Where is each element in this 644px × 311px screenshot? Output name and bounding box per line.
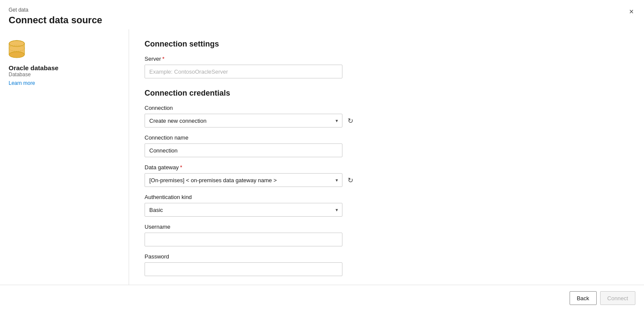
- back-button[interactable]: Back: [570, 291, 597, 305]
- data-gateway-refresh-button[interactable]: ↻: [346, 174, 355, 186]
- password-input[interactable]: [145, 262, 342, 276]
- server-input[interactable]: [145, 65, 342, 78]
- main-content: Connection settings Server * Connection …: [129, 29, 644, 285]
- credentials-section-title: Connection credentials: [145, 89, 629, 98]
- sidebar: Oracle database Database Learn more: [0, 29, 129, 285]
- auth-kind-select-wrapper: Basic ▾: [145, 203, 342, 217]
- connection-name-label: Connection name: [145, 134, 629, 141]
- connection-select[interactable]: Create new connection: [145, 114, 342, 128]
- svg-point-2: [9, 52, 25, 58]
- oracle-db-icon: [9, 40, 25, 60]
- username-label: Username: [145, 224, 629, 230]
- auth-kind-select[interactable]: Basic: [145, 203, 342, 217]
- dialog-title: Connect data source: [9, 15, 635, 26]
- auth-kind-field-group: Authentication kind Basic ▾: [145, 194, 629, 217]
- connection-name-field-group: Connection name: [145, 134, 629, 157]
- username-input[interactable]: [145, 233, 342, 246]
- password-field-group: Password: [145, 253, 629, 276]
- username-field-group: Username: [145, 224, 629, 246]
- server-field-group: Server *: [145, 56, 629, 78]
- dialog-supertitle: Get data: [9, 7, 635, 13]
- data-gateway-field-group: Data gateway * [On-premises] < on-premis…: [145, 164, 629, 187]
- server-label: Server *: [145, 56, 629, 62]
- sidebar-db-name: Oracle database: [9, 64, 59, 72]
- data-gateway-label: Data gateway *: [145, 164, 629, 171]
- connection-refresh-button[interactable]: ↻: [346, 115, 355, 127]
- dialog-header: Get data Connect data source ×: [0, 0, 644, 29]
- data-gateway-select[interactable]: [On-premises] < on-premises data gateway…: [145, 173, 342, 187]
- dialog-body: Oracle database Database Learn more Conn…: [0, 29, 644, 285]
- connection-field-group: Connection Create new connection ▾ ↻: [145, 105, 629, 128]
- learn-more-link[interactable]: Learn more: [9, 80, 35, 86]
- credentials-section: Connection credentials Connection Create…: [145, 89, 629, 276]
- dialog-footer: Back Connect: [0, 285, 644, 311]
- auth-kind-label: Authentication kind: [145, 194, 629, 200]
- connection-label: Connection: [145, 105, 629, 111]
- connection-settings-title: Connection settings: [145, 40, 629, 49]
- data-gateway-required-star: *: [180, 164, 182, 171]
- data-gateway-select-wrapper: [On-premises] < on-premises data gateway…: [145, 173, 342, 187]
- connection-name-input[interactable]: [145, 143, 342, 157]
- connection-dropdown-row: Create new connection ▾ ↻: [145, 114, 629, 128]
- password-label: Password: [145, 253, 629, 260]
- server-required-star: *: [162, 56, 164, 62]
- connect-button[interactable]: Connect: [600, 291, 635, 305]
- dialog: Get data Connect data source ×: [0, 0, 644, 311]
- close-button[interactable]: ×: [627, 6, 635, 17]
- connection-select-wrapper: Create new connection ▾: [145, 114, 342, 128]
- data-gateway-dropdown-row: [On-premises] < on-premises data gateway…: [145, 173, 629, 187]
- sidebar-db-type: Database: [9, 72, 31, 78]
